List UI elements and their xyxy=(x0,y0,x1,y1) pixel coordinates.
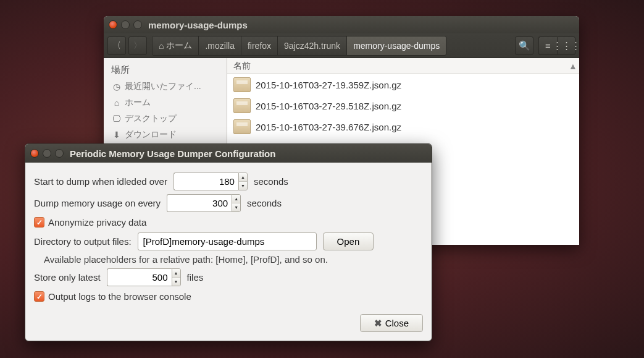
forward-button[interactable]: 〉 xyxy=(128,36,147,55)
dlg-titlebar[interactable]: Periodic Memory Usage Dumper Configurati… xyxy=(25,144,432,163)
sidebar-header: 場所 xyxy=(104,62,227,79)
store-unit: files xyxy=(187,272,204,283)
minimize-icon[interactable] xyxy=(121,20,130,29)
breadcrumb-home[interactable]: ⌂ ホーム xyxy=(153,36,199,55)
close-icon[interactable] xyxy=(30,149,39,158)
archive-icon xyxy=(233,77,251,92)
home-icon: ⌂ xyxy=(112,98,121,108)
config-dialog: Periodic Memory Usage Dumper Configurati… xyxy=(25,143,432,341)
search-icon: 🔍 xyxy=(519,40,530,51)
fm-toolbar: 〈 〉 ⌂ ホーム .mozilla firefox 9ajcz42h.trun… xyxy=(104,33,579,58)
output-logs-checkbox[interactable]: ✓ Output logs to the browser console xyxy=(34,291,423,302)
chevron-down-icon[interactable]: ▼ xyxy=(232,203,240,211)
sidebar-item-label: デスクトップ xyxy=(125,113,177,124)
file-name: 2015-10-16T03-27-39.676Z.json.gz xyxy=(256,122,401,132)
sidebar-item-home[interactable]: ⌂ ホーム xyxy=(104,95,227,111)
chevron-left-icon: 〈 xyxy=(112,40,121,51)
output-logs-label: Output logs to the browser console xyxy=(48,291,191,302)
checkbox-checked-icon[interactable]: ✓ xyxy=(34,291,44,302)
maximize-icon[interactable] xyxy=(133,20,142,29)
breadcrumb: ⌂ ホーム .mozilla firefox 9ajcz42h.trunk me… xyxy=(152,36,446,56)
list-icon: ≡ xyxy=(545,40,551,51)
list-item[interactable]: 2015-10-16T03-27-29.518Z.json.gz xyxy=(227,95,579,116)
placeholder-hint: Available placeholders for a relative pa… xyxy=(44,254,423,265)
dialog-title: Periodic Memory Usage Dumper Configurati… xyxy=(70,148,275,159)
chevron-down-icon[interactable]: ▼ xyxy=(239,182,247,190)
chevron-up-icon[interactable]: ▲ xyxy=(232,195,240,203)
anonymize-label: Anonymize privacy data xyxy=(48,217,146,228)
clock-icon: ◷ xyxy=(112,82,121,92)
chevron-right-icon: 〉 xyxy=(133,40,142,51)
home-icon: ⌂ xyxy=(159,41,164,51)
breadcrumb-seg[interactable]: .mozilla xyxy=(199,36,241,55)
archive-icon xyxy=(233,98,251,113)
fm-titlebar[interactable]: memory-usage-dumps xyxy=(104,16,579,33)
every-unit: seconds xyxy=(247,198,282,208)
chevron-up-icon[interactable]: ▲ xyxy=(239,173,247,182)
every-label: Dump memory usage on every xyxy=(34,198,161,208)
breadcrumb-seg-active[interactable]: memory-usage-dumps xyxy=(347,36,446,55)
directory-input[interactable] xyxy=(138,232,317,250)
close-button-label: Close xyxy=(385,318,409,328)
back-button[interactable]: 〈 xyxy=(107,36,126,55)
sidebar-item-recent[interactable]: ◷ 最近開いたファイ... xyxy=(104,79,227,95)
sidebar-item-label: ホーム xyxy=(125,97,151,108)
store-count-input[interactable] xyxy=(107,268,172,286)
file-name: 2015-10-16T03-27-29.518Z.json.gz xyxy=(256,101,401,111)
minimize-icon[interactable] xyxy=(43,149,51,158)
sidebar-item-label: ダウンロード xyxy=(125,129,177,140)
sidebar-item-desktop[interactable]: 🖵 デスクトップ xyxy=(104,111,227,127)
column-headers[interactable]: 名前 ▲ xyxy=(227,58,579,74)
directory-label: Directory to output files: xyxy=(34,236,132,247)
sidebar-item-label: 最近開いたファイ... xyxy=(125,81,201,92)
breadcrumb-label: ホーム xyxy=(166,40,192,51)
download-icon: ⬇ xyxy=(112,130,121,140)
anonymize-checkbox[interactable]: ✓ Anonymize privacy data xyxy=(34,217,423,228)
breadcrumb-seg[interactable]: firefox xyxy=(241,36,278,55)
store-stepper[interactable]: ▲ ▼ xyxy=(172,268,181,286)
file-name: 2015-10-16T03-27-19.359Z.json.gz xyxy=(256,80,401,90)
every-stepper[interactable]: ▲ ▼ xyxy=(232,194,241,212)
idle-seconds-input[interactable] xyxy=(174,173,238,190)
every-seconds-input[interactable] xyxy=(167,194,232,212)
column-name[interactable]: 名前 xyxy=(227,61,567,72)
archive-icon xyxy=(233,119,251,134)
maximize-icon[interactable] xyxy=(55,149,64,158)
close-icon[interactable] xyxy=(109,20,117,29)
breadcrumb-seg[interactable]: 9ajcz42h.trunk xyxy=(278,36,347,55)
idle-stepper[interactable]: ▲ ▼ xyxy=(238,173,248,190)
x-icon: ✖ xyxy=(374,318,382,329)
grid-icon: ⋮⋮⋮ xyxy=(553,40,580,51)
idle-unit: seconds xyxy=(254,176,288,187)
list-item[interactable]: 2015-10-16T03-27-19.359Z.json.gz xyxy=(227,74,579,95)
search-button[interactable]: 🔍 xyxy=(515,36,533,55)
checkbox-checked-icon[interactable]: ✓ xyxy=(34,217,44,228)
list-item[interactable]: 2015-10-16T03-27-39.676Z.json.gz xyxy=(227,116,579,137)
idle-label: Start to dump when idleded over xyxy=(34,176,167,187)
close-button[interactable]: ✖ Close xyxy=(360,314,423,332)
grid-view-button[interactable]: ⋮⋮⋮ xyxy=(557,36,575,55)
store-label: Store only latest xyxy=(34,272,101,283)
chevron-down-icon[interactable]: ▼ xyxy=(172,278,180,286)
sidebar-item-downloads[interactable]: ⬇ ダウンロード xyxy=(104,127,227,143)
desktop-icon: 🖵 xyxy=(112,114,121,124)
window-title: memory-usage-dumps xyxy=(148,20,248,30)
open-button[interactable]: Open xyxy=(323,232,374,250)
sort-indicator-icon[interactable]: ▲ xyxy=(567,61,579,71)
chevron-up-icon[interactable]: ▲ xyxy=(172,269,180,278)
